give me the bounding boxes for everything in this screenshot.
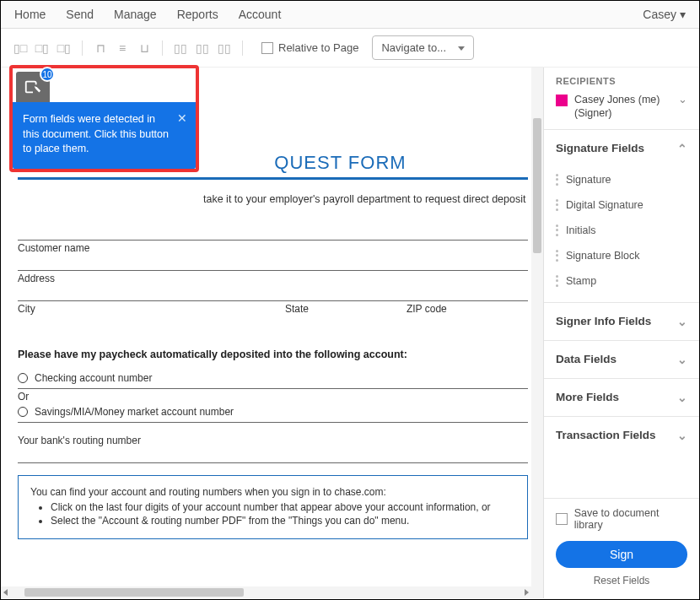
panel-signer-info[interactable]: Signer Info Fields⌄ [544,303,699,340]
vertical-scrollbar[interactable] [531,68,543,598]
toolbar: ▯□ □▯ □▯ ⊓ ≡ ⊔ ▯▯ ▯▯ ▯▯ Relative to Page… [1,29,699,68]
align-center-h-icon[interactable]: □▯ [33,39,51,57]
field-signature-block[interactable]: Signature Block [556,243,687,268]
nav-home[interactable]: Home [14,8,46,21]
panel-signature-fields[interactable]: Signature Fields ⌃ [544,130,699,167]
chevron-down-icon: ⌄ [677,353,687,366]
sign-button[interactable]: Sign [556,541,687,568]
info-box: You can find your account and routing nu… [18,475,528,539]
checkbox-icon [261,42,273,54]
detect-fields-callout: 10 Form fields were detected in this doc… [9,65,199,172]
nav-manage[interactable]: Manage [114,8,157,21]
navigate-dropdown[interactable]: Navigate to... [372,35,474,60]
recipient-color-swatch [556,95,568,106]
form-fields-icon [24,78,42,96]
chevron-up-icon: ⌃ [677,142,687,155]
chevron-down-icon: ⌄ [677,429,687,442]
recipient-role: (Signer) [574,106,660,120]
align-top-icon[interactable]: ⊓ [91,39,110,57]
field-signature[interactable]: Signature [556,167,687,192]
field-digital-signature[interactable]: Digital Signature [556,192,687,218]
radio-checking[interactable] [18,373,28,383]
relative-to-page[interactable]: Relative to Page [261,41,358,54]
document-subtitle: take it to your employer's payroll depar… [18,193,528,205]
label-zip: ZIP code [407,303,528,315]
chevron-down-icon: ⌄ [677,391,687,404]
label-address: Address [18,273,528,284]
relative-label: Relative to Page [278,41,358,54]
panel-transaction-fields[interactable]: Transaction Fields⌄ [544,417,699,454]
align-left-icon[interactable]: ▯□ [11,39,30,57]
detect-fields-button[interactable]: 10 [16,72,50,102]
checkbox-icon [556,513,568,525]
label-savings: Savings/MIA/Money market account number [35,406,234,418]
label-customer-name: Customer name [18,242,528,254]
align-right-icon[interactable]: □▯ [55,39,73,57]
sidebar: RECIPIENTS Casey Jones (me) (Signer) ⌄ S… [543,68,699,598]
nav-account[interactable]: Account [239,8,282,21]
user-name: Casey [643,8,676,21]
top-nav: Home Send Manage Reports Account Casey ▾ [1,1,699,29]
recipient-name: Casey Jones (me) [574,93,660,106]
reset-fields-link[interactable]: Reset Fields [556,575,687,586]
label-routing: Your bank's routing number [18,435,528,446]
info-bullet-1: Click on the last four digits of your ac… [51,501,515,513]
distribute-v-icon[interactable]: ▯▯ [193,39,212,57]
label-city: City [18,303,285,315]
detect-count-badge: 10 [40,67,55,82]
navigate-label: Navigate to... [381,41,446,54]
label-or: Or [18,391,528,403]
label-checking: Checking account number [35,372,152,384]
info-bullet-2: Select the "Account & routing number PDF… [51,515,515,527]
align-bottom-icon[interactable]: ⊔ [135,39,153,57]
radio-savings[interactable] [18,407,28,417]
field-stamp[interactable]: Stamp [556,268,687,294]
align-middle-icon[interactable]: ≡ [113,39,132,57]
panel-more-fields[interactable]: More Fields⌄ [544,379,699,416]
save-to-library[interactable]: Save to document library [556,507,687,531]
distribute-h-icon[interactable]: ▯▯ [171,39,190,57]
info-lead: You can find your account and routing nu… [30,486,515,498]
chevron-down-icon: ▾ [680,8,686,21]
nav-reports[interactable]: Reports [177,8,218,21]
close-icon[interactable]: ✕ [177,111,187,127]
recipient-row[interactable]: Casey Jones (me) (Signer) ⌄ [556,93,687,121]
panel-data-fields[interactable]: Data Fields⌄ [544,341,699,378]
field-initials[interactable]: Initials [556,218,687,243]
user-menu[interactable]: Casey ▾ [643,8,686,21]
horizontal-scrollbar[interactable] [1,586,531,598]
chevron-down-icon: ⌄ [677,315,687,328]
chevron-down-icon: ⌄ [678,93,687,105]
match-size-icon[interactable]: ▯▯ [215,39,234,57]
label-state: State [285,303,407,315]
section-heading: Please have my paycheck automatically de… [18,349,528,360]
recipients-title: RECIPIENTS [556,76,687,86]
nav-send[interactable]: Send [66,8,94,21]
detect-tooltip: Form fields were detected in this docume… [13,102,196,169]
